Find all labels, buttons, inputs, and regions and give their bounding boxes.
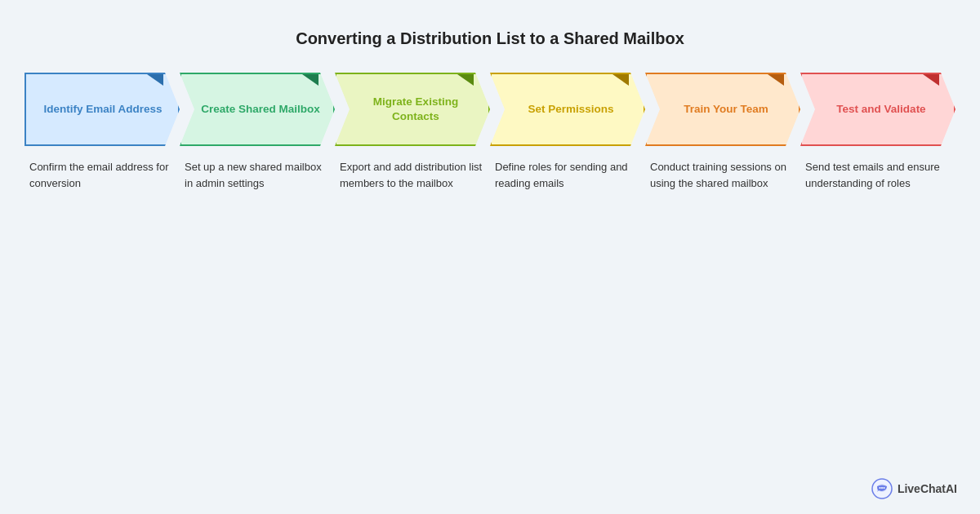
fold-tab-2: [302, 74, 318, 86]
step-desc-6: Send test emails and ensure understandin…: [800, 159, 956, 191]
brand-logo: LiveChatAI: [871, 478, 957, 499]
step-desc-3: Export and add distribution list members…: [335, 159, 490, 191]
page-title: Converting a Distribution List to a Shar…: [0, 0, 980, 48]
step-desc-2: Set up a new shared mailbox in admin set…: [180, 159, 335, 191]
step-label-4: Set Permissions: [528, 102, 613, 117]
step-label-6: Test and Validate: [836, 102, 925, 117]
step-arrow-1: Identify Email Address: [24, 73, 180, 146]
step-desc-4: Define roles for sending and reading ema…: [490, 159, 645, 191]
step-label-3: Migrate Existing Contacts: [351, 95, 480, 123]
svg-point-4: [883, 487, 884, 489]
svg-point-3: [881, 487, 883, 489]
step-label-1: Identify Email Address: [43, 102, 162, 117]
fold-tab-3: [457, 74, 474, 86]
step-wrapper-1: Identify Email AddressConfirm the email …: [24, 73, 180, 191]
step-desc-5: Conduct training sessions on using the s…: [645, 159, 800, 191]
svg-point-2: [879, 487, 880, 489]
step-arrow-2: Create Shared Mailbox: [180, 73, 335, 146]
step-wrapper-3: Migrate Existing ContactsExport and add …: [335, 73, 490, 191]
step-arrow-5: Train Your Team: [645, 73, 800, 146]
fold-tab-1: [147, 74, 163, 86]
step-label-5: Train Your Team: [684, 102, 768, 117]
fold-tab-6: [923, 74, 939, 86]
step-label-2: Create Shared Mailbox: [201, 102, 320, 117]
livechatai-icon: [871, 478, 893, 499]
step-desc-1: Confirm the email address for conversion: [24, 159, 180, 191]
step-arrow-3: Migrate Existing Contacts: [335, 73, 490, 146]
step-wrapper-5: Train Your TeamConduct training sessions…: [645, 73, 800, 191]
step-wrapper-4: Set PermissionsDefine roles for sending …: [490, 73, 645, 191]
step-wrapper-6: Test and ValidateSend test emails and en…: [800, 73, 956, 191]
step-arrow-4: Set Permissions: [490, 73, 645, 146]
step-arrow-6: Test and Validate: [800, 73, 956, 146]
fold-tab-4: [612, 74, 629, 86]
fold-tab-5: [768, 74, 784, 86]
diagram-container: Identify Email AddressConfirm the email …: [0, 73, 980, 191]
step-wrapper-2: Create Shared MailboxSet up a new shared…: [180, 73, 335, 191]
